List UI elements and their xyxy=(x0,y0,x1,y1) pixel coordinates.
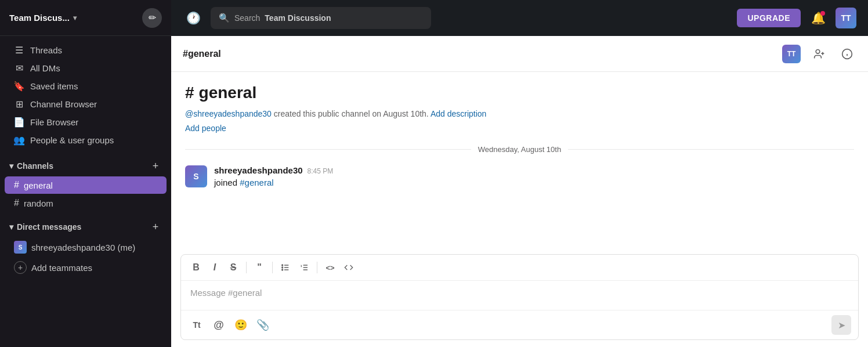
add-member-button[interactable] xyxy=(810,45,829,63)
dm-section-header[interactable]: ▾ Direct messages + xyxy=(0,217,171,237)
channel-header-name[interactable]: #general xyxy=(183,49,221,59)
history-button[interactable]: 🕐 xyxy=(183,8,204,28)
hash-icon: # xyxy=(14,198,19,208)
add-dm-button[interactable]: + xyxy=(149,221,162,233)
divider-line xyxy=(185,149,471,150)
notifications-button[interactable]: 🔔 xyxy=(808,8,829,28)
topbar-right: UPGRADE 🔔 TT xyxy=(737,8,856,28)
channel-area: #general TT xyxy=(171,36,868,347)
code-button[interactable]: <> xyxy=(322,259,338,276)
user-avatar[interactable]: TT xyxy=(836,8,856,28)
emoji-button[interactable]: 🙂 xyxy=(232,316,249,334)
hash-icon: # xyxy=(14,180,19,190)
toolbar-divider xyxy=(246,262,247,273)
composer-input[interactable]: Message #general xyxy=(181,281,858,310)
message-author[interactable]: shreeyadeshpande30 xyxy=(214,165,303,175)
code-block-button[interactable] xyxy=(341,259,357,276)
composer-footer-actions: Tt @ 🙂 📎 xyxy=(188,316,272,334)
strikethrough-button[interactable]: S xyxy=(225,259,241,276)
hash-icon: # xyxy=(185,84,194,102)
italic-button[interactable]: I xyxy=(207,259,223,276)
saved-icon: 🔖 xyxy=(14,81,24,91)
svg-point-11 xyxy=(282,269,283,270)
search-prefix: Search xyxy=(234,13,260,23)
avatar: S xyxy=(14,241,27,254)
main: 🕐 🔍 Search Team Discussion UPGRADE 🔔 TT … xyxy=(171,0,868,347)
upgrade-button[interactable]: UPGRADE xyxy=(737,9,801,27)
sidebar-nav: ☰ Threads ✉ All DMs 🔖 Saved items ⊞ Chan… xyxy=(0,36,171,154)
bullet-list-button[interactable] xyxy=(277,259,294,276)
search-bar[interactable]: 🔍 Search Team Discussion xyxy=(211,7,431,29)
mention-button[interactable]: @ xyxy=(210,316,227,334)
workspace-title[interactable]: Team Discus... ▾ xyxy=(9,13,77,23)
composer-footer: Tt @ 🙂 📎 ➤ xyxy=(181,310,858,339)
people-icon: 👥 xyxy=(14,135,24,145)
svg-point-10 xyxy=(282,267,283,268)
creator-mention[interactable]: @shreeyadeshpande30 xyxy=(185,109,272,118)
send-button[interactable]: ➤ xyxy=(831,315,851,335)
sidebar-item-saved-items[interactable]: 🔖 Saved items xyxy=(5,77,167,95)
date-divider-text: Wednesday, August 10th xyxy=(478,145,561,154)
channel-content: # general @shreeyadeshpande30 created th… xyxy=(171,72,868,254)
add-channel-button[interactable]: + xyxy=(149,160,162,172)
attachment-button[interactable]: 📎 xyxy=(254,316,272,334)
toolbar-divider xyxy=(272,262,273,273)
svg-point-9 xyxy=(282,265,283,266)
message: S shreeyadeshpande30 8:45 PM joined #gen… xyxy=(185,165,854,190)
channel-topbar: #general TT xyxy=(171,36,868,72)
toolbar-divider xyxy=(317,262,317,273)
channel-title-area: # general @shreeyadeshpande30 created th… xyxy=(185,84,854,133)
dms-icon: ✉ xyxy=(14,63,24,73)
channel-actions: TT xyxy=(782,45,856,63)
channel-ref[interactable]: #general xyxy=(240,178,273,187)
dm-section: ▾ Direct messages + S shreeyadeshpande30… xyxy=(0,215,171,280)
channels-section: ▾ Channels + # general # random xyxy=(0,154,171,215)
message-avatar: S xyxy=(185,165,207,187)
clock-icon: 🕐 xyxy=(186,11,201,25)
channel-browser-icon: ⊞ xyxy=(14,99,24,109)
notification-badge xyxy=(820,11,825,16)
channel-item-general[interactable]: # general xyxy=(5,176,167,194)
edit-button[interactable]: ✏ xyxy=(142,8,162,28)
add-teammates-button[interactable]: + Add teammates xyxy=(5,258,167,277)
topbar: 🕐 🔍 Search Team Discussion UPGRADE 🔔 TT xyxy=(171,0,868,36)
send-icon: ➤ xyxy=(838,320,845,331)
channel-big-title: # general xyxy=(185,84,854,102)
message-text: joined #general xyxy=(214,176,854,190)
sidebar-item-threads[interactable]: ☰ Threads xyxy=(5,41,167,59)
numbered-list-button[interactable] xyxy=(296,259,312,276)
add-description-link[interactable]: Add description xyxy=(431,109,487,118)
divider-line xyxy=(568,149,854,150)
channels-section-title: ▾ Channels xyxy=(9,161,53,171)
message-header: shreeyadeshpande30 8:45 PM xyxy=(214,165,854,175)
threads-icon: ☰ xyxy=(14,45,24,55)
topbar-left: 🕐 🔍 Search Team Discussion xyxy=(183,7,431,29)
channel-avatar-button[interactable]: TT xyxy=(782,45,801,63)
channel-description: @shreeyadeshpande30 created this public … xyxy=(185,108,854,120)
message-time: 8:45 PM xyxy=(308,167,334,175)
add-people-link[interactable]: Add people xyxy=(185,124,226,133)
quote-button[interactable]: " xyxy=(251,259,267,276)
bold-button[interactable]: B xyxy=(188,259,204,276)
sidebar-item-people-groups[interactable]: 👥 People & user groups xyxy=(5,131,167,149)
dm-section-title: ▾ Direct messages xyxy=(9,222,81,232)
search-workspace: Team Discussion xyxy=(265,13,331,23)
message-body: shreeyadeshpande30 8:45 PM joined #gener… xyxy=(214,165,854,190)
chevron-down-icon: ▾ xyxy=(73,14,77,22)
sidebar: Team Discus... ▾ ✏ ☰ Threads ✉ All DMs 🔖… xyxy=(0,0,171,347)
chevron-icon: ▾ xyxy=(9,222,13,232)
sidebar-item-channel-browser[interactable]: ⊞ Channel Browser xyxy=(5,95,167,113)
message-composer: B I S " < xyxy=(180,254,859,340)
search-icon: 🔍 xyxy=(219,13,230,23)
text-style-button[interactable]: Tt xyxy=(188,316,205,334)
file-browser-icon: 📄 xyxy=(14,117,24,127)
add-icon: + xyxy=(14,261,27,274)
sidebar-header: Team Discus... ▾ ✏ xyxy=(0,0,171,36)
sidebar-item-file-browser[interactable]: 📄 File Browser xyxy=(5,113,167,131)
sidebar-item-all-dms[interactable]: ✉ All DMs xyxy=(5,59,167,77)
channel-item-random[interactable]: # random xyxy=(5,194,167,212)
channels-section-header[interactable]: ▾ Channels + xyxy=(0,156,171,176)
svg-point-0 xyxy=(816,49,820,53)
dm-item-shreeyadeshpande30[interactable]: S shreeyadeshpande30 (me) xyxy=(5,237,167,257)
channel-info-button[interactable] xyxy=(838,45,856,63)
